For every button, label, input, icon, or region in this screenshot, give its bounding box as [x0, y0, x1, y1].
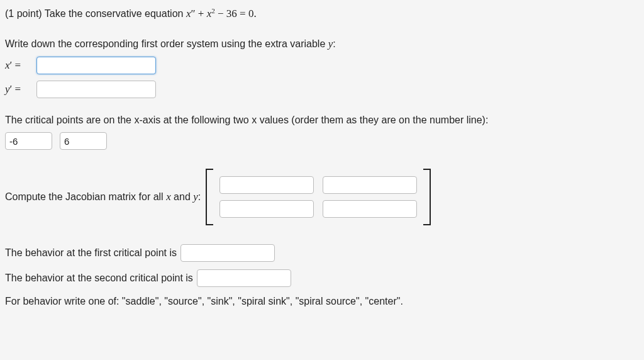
yprime-row: y′ = — [5, 81, 639, 98]
xprime-input[interactable] — [36, 57, 156, 74]
jacobian-label: Compute the Jacobian matrix for all x an… — [5, 191, 201, 203]
critical-point-2-input[interactable] — [60, 132, 107, 150]
yprime-eq: = — [12, 83, 21, 95]
jacobian-y: y — [193, 191, 198, 203]
matrix-left-bracket — [206, 169, 213, 225]
behavior-1-label: The behavior at the first critical point… — [5, 247, 177, 259]
jacobian-r1c1-input[interactable] — [219, 176, 314, 194]
jacobian-row: Compute the Jacobian matrix for all x an… — [5, 169, 639, 225]
matrix-grid — [213, 171, 423, 223]
jacobian-colon: : — [198, 191, 201, 202]
jacobian-r1c2-input[interactable] — [323, 176, 417, 194]
eq-plus: + — [196, 8, 207, 20]
critical-points-row — [5, 132, 639, 150]
xprime-x: x — [5, 59, 10, 71]
xprime-row: x′ = — [5, 57, 639, 74]
eq-dblprime: ″ — [191, 8, 195, 20]
jacobian-r2c2-input[interactable] — [323, 200, 417, 218]
critical-point-1-input[interactable] — [5, 132, 52, 150]
xprime-eq: = — [12, 59, 21, 71]
behavior-1-input[interactable] — [180, 244, 275, 262]
intro-text: (1 point) Take the conservative equation — [5, 8, 186, 19]
jacobian-x: x — [166, 191, 171, 203]
yprime-label: y′ = — [5, 83, 30, 96]
behavior-2-label: The behavior at the second critical poin… — [5, 273, 193, 284]
jacobian-r2c1-input[interactable] — [219, 200, 314, 218]
problem-intro: (1 point) Take the conservative equation… — [5, 6, 639, 21]
yprime-input[interactable] — [36, 81, 156, 98]
jacobian-matrix — [206, 169, 431, 225]
jacobian-text-b: and — [171, 191, 194, 202]
yprime-y: y — [5, 83, 10, 95]
behavior-2-row: The behavior at the second critical poin… — [5, 269, 639, 287]
behavior-2-input[interactable] — [197, 269, 291, 287]
eq-minus36: − 36 = 0. — [215, 8, 257, 20]
behavior-1-row: The behavior at the first critical point… — [5, 244, 639, 262]
xprime-label: x′ = — [5, 59, 30, 72]
system-colon: : — [333, 38, 335, 49]
matrix-right-bracket — [423, 169, 431, 225]
jacobian-text-a: Compute the Jacobian matrix for all — [5, 191, 166, 202]
behavior-hint: For behavior write one of: "saddle", "so… — [5, 295, 639, 308]
system-prompt-line: Write down the corresponding first order… — [5, 37, 639, 52]
system-prompt: Write down the corresponding first order… — [5, 38, 328, 49]
critical-prompt: The critical points are on the x-axis at… — [5, 113, 639, 127]
